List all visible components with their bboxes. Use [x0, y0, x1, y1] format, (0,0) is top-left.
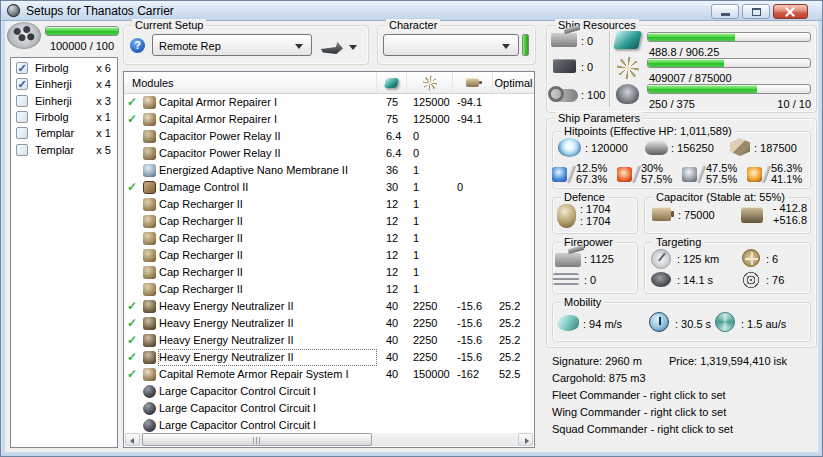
drone-checkbox[interactable]: ✓	[16, 78, 28, 90]
drone-list-item[interactable]: Einherjix 3	[11, 93, 117, 109]
structure-hp-value: : 187500	[754, 142, 797, 154]
drone-list-item[interactable]: Templarx 1	[11, 125, 117, 141]
align-time-value: : 30.5 s	[675, 318, 711, 330]
scrollbar-thumb[interactable]	[142, 433, 372, 446]
module-powergrid-value: 150000	[407, 366, 453, 383]
arrow-left-icon	[130, 438, 134, 444]
maximize-icon	[752, 8, 761, 16]
setup-select[interactable]: Remote Rep	[152, 34, 312, 56]
modules-header-cpu[interactable]	[377, 72, 407, 93]
minimize-button[interactable]	[711, 4, 739, 19]
module-name: Capital Remote Armor Repair System I	[158, 366, 377, 383]
titlebar[interactable]: Setups for Thanatos Carrier	[1, 1, 822, 21]
help-icon[interactable]: ?	[130, 38, 145, 53]
close-button[interactable]	[773, 4, 808, 19]
lock-time-icon	[651, 272, 671, 287]
character-select[interactable]	[383, 34, 519, 56]
module-name: Energized Adaptive Nano Membrane II	[158, 162, 377, 179]
chevron-down-icon	[295, 44, 303, 49]
module-name: Cap Recharger II	[158, 264, 377, 281]
module-row[interactable]: Cap Recharger II121	[124, 213, 534, 230]
modules-header-name[interactable]: Modules	[124, 72, 377, 93]
module-row[interactable]: Cap Recharger II121	[124, 247, 534, 264]
drone-list-item[interactable]: Templarx 5	[11, 141, 117, 157]
module-cpu-value: 36	[377, 162, 407, 179]
module-row[interactable]: Large Capacitor Control Circuit I	[124, 383, 534, 400]
module-row[interactable]: ✓Heavy Energy Neutralizer II402250-15.62…	[124, 298, 534, 315]
module-row[interactable]: ✓Heavy Energy Neutralizer II402250-15.62…	[124, 332, 534, 349]
resist-divider	[631, 166, 641, 183]
module-capacitor-value: -94.1	[453, 94, 493, 111]
missile-dps-icon	[553, 273, 579, 285]
recharger-icon	[143, 266, 156, 279]
drone-checkbox[interactable]	[16, 95, 28, 107]
wing-commander-slot[interactable]: Wing Commander - right click to set	[552, 406, 726, 418]
drone-checkbox[interactable]	[16, 144, 28, 156]
module-row[interactable]: ✓Heavy Energy Neutralizer II402250-15.62…	[124, 349, 534, 366]
chevron-down-icon	[502, 44, 510, 49]
rig-icon	[143, 385, 156, 398]
module-capacitor-value: -94.1	[453, 111, 493, 128]
module-row[interactable]: Capacitor Power Relay II6.40	[124, 145, 534, 162]
module-row[interactable]: Large Capacitor Control Circuit I	[124, 400, 534, 417]
module-row[interactable]: ✓Capital Armor Repairer I75125000-94.1	[124, 111, 534, 128]
missile-dps-value: : 0	[584, 274, 596, 286]
horizontal-scrollbar[interactable]	[125, 433, 533, 446]
current-setup-label: Current Setup	[132, 19, 206, 31]
recharger-icon	[143, 198, 156, 211]
module-row[interactable]: Energized Adaptive Nano Membrane II361	[124, 162, 534, 179]
hitpoints-label: Hitpoints (Effective HP: 1,011,589)	[561, 125, 735, 137]
drone-name: Einherji	[35, 78, 96, 90]
module-optimal-value: 25.2	[493, 298, 534, 315]
maximize-button[interactable]	[742, 4, 770, 19]
module-row[interactable]: Cap Recharger II121	[124, 281, 534, 298]
thermal-resist-cell: 30%57.5%	[617, 163, 672, 185]
drone-checkbox[interactable]: ✓	[16, 62, 28, 74]
explosive-resist-icon	[747, 167, 762, 182]
active-check-icon: ✓	[124, 111, 140, 128]
module-row[interactable]: Large Capacitor Control Circuit I	[124, 417, 534, 434]
rig-icon	[143, 419, 156, 432]
module-row[interactable]: ✓Heavy Energy Neutralizer II402250-15.62…	[124, 315, 534, 332]
cpu-icon	[384, 78, 399, 88]
module-row[interactable]: Cap Recharger II121	[124, 196, 534, 213]
module-row[interactable]: Capacitor Power Relay II6.40	[124, 128, 534, 145]
module-cpu-value: 75	[377, 94, 407, 111]
module-row[interactable]: Cap Recharger II121	[124, 264, 534, 281]
em-armor-resist-value: 67.3%	[576, 174, 607, 185]
module-powergrid-value: 2250	[407, 349, 453, 366]
module-name: Large Capacitor Control Circuit I	[158, 383, 377, 400]
defence-label: Defence	[561, 191, 608, 203]
drone-list[interactable]: ✓Firbolgx 6✓Einherjix 4Einherjix 3Firbol…	[10, 57, 118, 448]
window-border-bottom	[1, 452, 822, 456]
neutralizer-icon	[143, 334, 156, 347]
module-name: Cap Recharger II	[158, 213, 377, 230]
repairer-icon	[143, 113, 156, 126]
window-border-right	[818, 21, 822, 456]
module-row[interactable]: ✓Capital Armor Repairer I75125000-94.1	[124, 94, 534, 111]
drone-checkbox[interactable]	[16, 127, 28, 139]
module-row[interactable]: ✓Capital Remote Armor Repair System I401…	[124, 366, 534, 383]
drone-bar-fill	[648, 85, 757, 93]
capacitor-icon	[466, 78, 479, 87]
kinetic-resist-cell: 47.5%57.5%	[682, 163, 737, 185]
modules-header-powergrid[interactable]	[407, 72, 453, 93]
drone-checkbox[interactable]	[16, 111, 28, 123]
module-row[interactable]: Cap Recharger II121	[124, 230, 534, 247]
modules-header-capacitor[interactable]	[453, 72, 493, 93]
drone-list-item[interactable]: Firbolgx 1	[11, 109, 117, 125]
squad-commander-slot[interactable]: Squad Commander - right click to set	[552, 423, 733, 435]
ship-browser-button[interactable]	[319, 37, 363, 57]
sensor-strength-value: : 76	[766, 274, 784, 286]
drone-list-item[interactable]: ✓Einherjix 4	[11, 76, 117, 92]
scroll-right-button[interactable]	[518, 433, 533, 446]
firepower-group: Firepower	[552, 242, 638, 294]
modules-header-optimal[interactable]: Optimal	[493, 72, 534, 93]
scroll-left-button[interactable]	[125, 433, 140, 446]
drone-bar	[647, 84, 811, 94]
fleet-commander-slot[interactable]: Fleet Commander - right click to set	[552, 389, 726, 401]
drone-list-item[interactable]: ✓Firbolgx 6	[11, 60, 117, 76]
module-row[interactable]: ✓Damage Control II3010	[124, 179, 534, 196]
thermal-armor-resist-value: 57.5%	[641, 174, 672, 185]
module-powergrid-value: 0	[407, 145, 453, 162]
